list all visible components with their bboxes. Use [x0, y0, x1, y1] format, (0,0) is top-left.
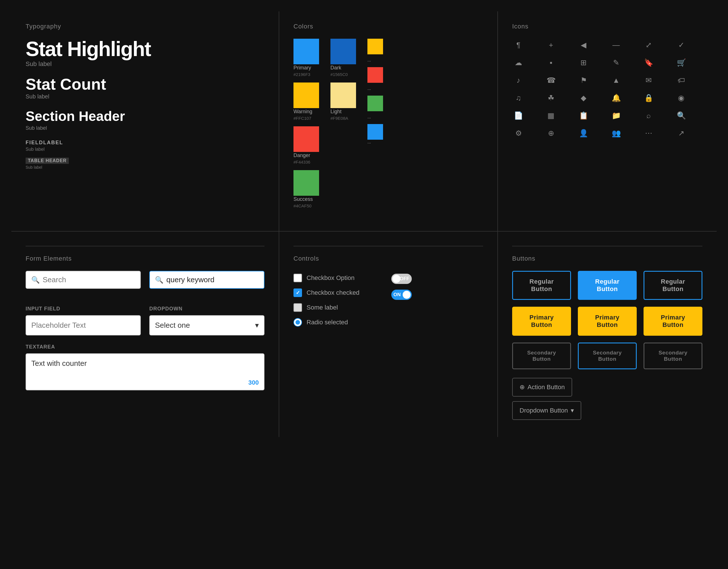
icon-leaf: ☘ — [545, 92, 557, 104]
textarea-field[interactable]: Text with counter 300 — [26, 353, 264, 390]
search-active-icon: 🔍 — [155, 276, 164, 284]
input-field[interactable] — [26, 315, 141, 336]
icon-grid-sm: ⊞ — [577, 56, 590, 69]
colors-section-label: Colors — [293, 23, 483, 30]
search-empty-box[interactable]: 🔍 — [26, 271, 141, 289]
checkbox-some[interactable] — [293, 303, 302, 312]
dropdown-action-button[interactable]: Dropdown Button ▾ — [512, 401, 581, 420]
icon-cloud: ☁ — [512, 56, 525, 69]
search-active-input[interactable] — [166, 275, 259, 284]
dropdown-chevron-icon: ▾ — [255, 321, 259, 330]
checkbox-checked-row: Checkbox checked — [293, 289, 386, 297]
icon-filter: 🔍 — [675, 109, 688, 122]
buttons-section-label: Buttons — [512, 255, 702, 262]
icon-table: ▦ — [545, 109, 557, 122]
secondary-button-1[interactable]: Secondary Button — [512, 343, 571, 369]
checkbox-unchecked-label: Checkbox Option — [307, 274, 355, 281]
section-colors: Colors Primary #2196F3 Warning #FFC107 D… — [279, 11, 498, 231]
checkbox-unchecked[interactable] — [293, 274, 302, 282]
toggle-off-text: OFF — [400, 276, 409, 281]
swatch-light — [330, 82, 356, 108]
icon-share: ↗ — [675, 127, 688, 139]
search-empty-wrap: 🔍 — [26, 271, 141, 289]
add-action-label: Action Button — [528, 384, 565, 391]
radio-selected-row: Radio selected — [293, 318, 386, 327]
radio-selected[interactable] — [293, 318, 302, 327]
regular-button-2[interactable]: Regular Button — [578, 271, 637, 300]
variant-swatches: Dark #1565C0 Light #F9E08A — [330, 39, 356, 214]
stat-highlight-text: Stat Highlight — [26, 39, 264, 59]
icon-paragraph: ¶ — [512, 39, 525, 51]
icon-note: ♫ — [512, 92, 525, 104]
controls-section-label: Controls — [293, 255, 483, 262]
mini-swatches: ··· ··· ··· ··· — [367, 39, 383, 214]
icon-flag: ⚑ — [577, 74, 590, 86]
icon-grid: ¶ + ◀ — ⤢ ✓ ☁ ▪ ⊞ ✎ 🔖 🛒 ♪ ☎ ⚑ ▲ ✉ 🏷 ♫ ☘ … — [512, 39, 702, 139]
swatch-success — [293, 170, 319, 196]
icon-file: 📁 — [610, 109, 622, 122]
dropdown-action-label: Dropdown Button — [520, 407, 568, 414]
icon-doc: 📄 — [512, 109, 525, 122]
icon-more: ⋯ — [642, 127, 655, 139]
textarea-counter: 300 — [248, 379, 259, 386]
primary-button-1[interactable]: Primary Button — [512, 307, 571, 336]
stat-count-text: Stat Count — [26, 76, 264, 92]
dropdown-field[interactable]: Select one ▾ — [149, 315, 264, 336]
icon-expand: ⤢ — [642, 39, 655, 51]
section-typography: Typography Stat Highlight Sub label Stat… — [11, 11, 279, 231]
icon-lock: 🔒 — [642, 92, 655, 104]
field-label-sub: Sub label — [26, 147, 264, 152]
regular-button-1[interactable]: Regular Button — [512, 271, 571, 300]
toggle-off-row: OFF — [391, 274, 483, 284]
icon-arrow-up: ▲ — [610, 74, 622, 86]
toggle-on-row: ON — [391, 290, 483, 300]
search-active-wrap: 🔍 — [149, 271, 264, 289]
add-icon: ⊕ — [520, 384, 525, 391]
icon-bookmark: 🔖 — [642, 56, 655, 69]
icon-pencil: ✎ — [610, 56, 622, 69]
icon-tag: 🏷 — [675, 74, 688, 86]
search-empty-input[interactable] — [43, 275, 135, 284]
primary-button-2[interactable]: Primary Button — [578, 307, 637, 336]
section-header-text: Section Header — [26, 108, 264, 124]
typography-section-label: Typography — [26, 23, 264, 30]
icon-list: 📋 — [577, 109, 590, 122]
toggle-off[interactable]: OFF — [391, 274, 412, 284]
section-buttons: Buttons Regular Button Regular Button Re… — [498, 231, 717, 437]
icon-add-circle: ⊕ — [545, 127, 557, 139]
primary-button-3[interactable]: Primary Button — [644, 307, 702, 336]
form-section-label: Form Elements — [26, 255, 264, 262]
icon-search: ⌕ — [642, 109, 655, 122]
search-active-box[interactable]: 🔍 — [149, 271, 264, 289]
swatch-warning — [293, 82, 319, 108]
toggle-on[interactable]: ON — [391, 290, 412, 300]
secondary-button-3[interactable]: Secondary Button — [644, 343, 702, 369]
icon-phone: ☎ — [545, 74, 557, 86]
checkbox-checked[interactable] — [293, 289, 302, 297]
mini-swatch-red — [367, 67, 383, 83]
regular-button-3[interactable]: Regular Button — [644, 271, 702, 300]
search-empty-icon: 🔍 — [31, 276, 40, 284]
section-controls: Controls Checkbox Option Checkbox checke… — [279, 231, 498, 437]
radio-selected-label: Radio selected — [307, 319, 348, 326]
section-header-sub: Sub label — [26, 125, 264, 131]
dropdown-value: Select one — [155, 321, 190, 330]
textarea-content: Text with counter — [31, 359, 87, 368]
toggles-wrap: OFF ON — [391, 274, 483, 333]
icon-settings: ⚙ — [512, 127, 525, 139]
icon-diamond: ◆ — [577, 92, 590, 104]
mini-swatch-yellow — [367, 39, 383, 54]
checkboxes-radios-wrap: Checkbox Option Checkbox checked Some la… — [293, 274, 386, 333]
mini-swatch-blue — [367, 124, 383, 140]
icon-square: ▪ — [545, 56, 557, 69]
icon-plus: + — [545, 39, 557, 51]
icon-group: 👥 — [610, 127, 622, 139]
swatch-primary — [293, 39, 319, 64]
secondary-button-2[interactable]: Secondary Button — [578, 343, 637, 369]
swatch-dark — [330, 39, 356, 64]
icon-check: ✓ — [675, 39, 688, 51]
section-form-elements: Form Elements 🔍 🔍 INPUT FIELD — [11, 231, 279, 437]
stat-count-sub: Sub label — [26, 93, 264, 100]
checkbox-unchecked-row: Checkbox Option — [293, 274, 386, 282]
add-action-button[interactable]: ⊕ Action Button — [512, 378, 572, 397]
